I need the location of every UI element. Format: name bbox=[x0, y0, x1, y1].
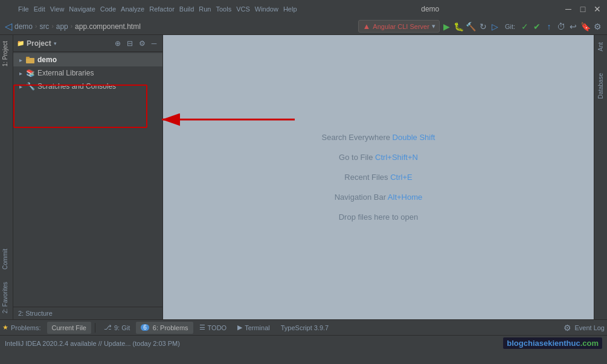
scratch-icon: 🔧 bbox=[25, 81, 35, 91]
toggle-scratches[interactable]: ▸ bbox=[16, 81, 25, 91]
svg-rect-1 bbox=[26, 57, 30, 59]
hint-recent-files: Recent Files Ctrl+E bbox=[344, 173, 412, 182]
menu-run[interactable]: Run bbox=[199, 5, 211, 13]
sync-button[interactable]: ↻ bbox=[478, 22, 488, 31]
breadcrumb-src[interactable]: src bbox=[39, 22, 49, 31]
svg-rect-0 bbox=[26, 58, 34, 63]
lib-icon: 📚 bbox=[25, 68, 35, 78]
tab-database[interactable]: Database bbox=[596, 67, 606, 105]
tab-problems[interactable]: 6 6: Problems bbox=[136, 322, 193, 334]
menu-vcs[interactable]: VCS bbox=[236, 5, 250, 13]
git-push-icon[interactable]: ↑ bbox=[544, 22, 554, 31]
tab-typescript[interactable]: TypeScript 3.9.7 bbox=[276, 322, 334, 334]
collapse-icon[interactable]: ⊟ bbox=[125, 39, 135, 48]
minimize-button[interactable]: ─ bbox=[564, 4, 573, 14]
status-text: IntelliJ IDEA 2020.2.4 available // Upda… bbox=[5, 340, 180, 347]
git-branch-icon: ⎇ bbox=[104, 324, 112, 331]
tab-commit[interactable]: Commit bbox=[0, 243, 13, 275]
toolbar-right: ▲ Angular CLI Server ▾ ▶ 🐛 🔨 ↻ ▷ Git: ✓ … bbox=[358, 20, 602, 33]
project-panel: 📁 Project ▾ ⊕ ⊟ ⚙ ─ ▸ bbox=[13, 35, 163, 319]
tree-label-external: External Libraries bbox=[37, 69, 94, 77]
menu-tools[interactable]: Tools bbox=[216, 5, 231, 13]
hint-drop-files: Drop files here to open bbox=[339, 212, 419, 222]
typescript-label: TypeScript 3.9.7 bbox=[281, 324, 329, 331]
menu-window[interactable]: Window bbox=[255, 5, 278, 13]
bookmarks-icon[interactable]: 🔖 bbox=[580, 22, 590, 31]
tab-ant[interactable]: Ant bbox=[596, 36, 606, 57]
star-icon: ★ bbox=[2, 324, 8, 331]
hint-goto-file: Go to File Ctrl+Shift+N bbox=[339, 153, 418, 162]
menu-view[interactable]: View bbox=[50, 5, 65, 13]
tab-favorites[interactable]: 2: Favorites bbox=[0, 276, 13, 319]
menu-navigate[interactable]: Navigate bbox=[69, 5, 95, 13]
menu-edit[interactable]: Edit bbox=[34, 5, 45, 13]
panel-dropdown-icon[interactable]: ▾ bbox=[54, 40, 57, 46]
tab-structure[interactable]: 2: Structure bbox=[13, 307, 162, 319]
git-revert-icon[interactable]: ↩ bbox=[568, 22, 578, 31]
angular-label: Angular CLI Server bbox=[373, 23, 429, 30]
panel-settings-icon[interactable]: ⚙ bbox=[137, 39, 147, 48]
git-label: Git: bbox=[505, 23, 515, 30]
brand-text-1: blogchiasekienthuc bbox=[507, 339, 580, 348]
toggle-demo[interactable]: ▸ bbox=[16, 55, 25, 65]
git-history-icon[interactable]: ⏱ bbox=[556, 22, 566, 31]
watermark: blogchiasekienthuc.com bbox=[503, 337, 602, 349]
status-bar: IntelliJ IDEA 2020.2.4 available // Upda… bbox=[0, 335, 607, 351]
breadcrumb-app[interactable]: app bbox=[56, 22, 68, 31]
forward-button[interactable]: ▷ bbox=[490, 22, 500, 31]
menu-build[interactable]: Build bbox=[179, 5, 194, 13]
tab-terminal[interactable]: ▶ Terminal bbox=[233, 322, 275, 334]
angular-server-button[interactable]: ▲ Angular CLI Server ▾ bbox=[358, 20, 439, 33]
problems-label: Problems: bbox=[11, 324, 41, 331]
tab-git[interactable]: ⎇ 9: Git bbox=[99, 322, 135, 334]
hint-search-everywhere: Search Everywhere Double Shift bbox=[322, 133, 435, 142]
tab-current-file[interactable]: Current File bbox=[47, 322, 91, 334]
brand-text-2: .com bbox=[580, 339, 599, 348]
panel-folder-icon: 📁 bbox=[17, 40, 24, 46]
tree-item-demo[interactable]: ▸ demo bbox=[13, 53, 162, 66]
breadcrumb-file[interactable]: app.component.html bbox=[75, 22, 141, 31]
problems-badge: 6 bbox=[141, 324, 149, 331]
tree-item-external-libraries[interactable]: ▸ 📚 External Libraries bbox=[13, 66, 162, 80]
angular-icon: ▲ bbox=[362, 22, 370, 31]
menu-refactor[interactable]: Refactor bbox=[149, 5, 175, 13]
settings-icon[interactable]: ⚙ bbox=[593, 22, 602, 31]
menu-help[interactable]: Help bbox=[283, 5, 297, 13]
tree-label-demo: demo bbox=[37, 56, 57, 64]
debug-button[interactable]: 🐛 bbox=[454, 22, 464, 31]
panel-close-icon[interactable]: ─ bbox=[149, 39, 159, 48]
app-icon bbox=[5, 4, 14, 14]
close-button[interactable]: ✕ bbox=[593, 4, 602, 14]
title-bar: File Edit View Navigate Code Analyze Ref… bbox=[0, 0, 607, 18]
git-tick-icon[interactable]: ✔ bbox=[532, 22, 542, 31]
tab-todo[interactable]: ☰ TODO bbox=[194, 322, 232, 334]
tab-project[interactable]: 1: Project bbox=[0, 35, 13, 72]
git-check-icon[interactable]: ✓ bbox=[520, 22, 530, 31]
terminal-label: Terminal bbox=[245, 324, 270, 331]
editor-area[interactable]: Search Everywhere Double Shift Go to Fil… bbox=[163, 35, 594, 319]
todo-icon: ☰ bbox=[199, 324, 205, 331]
gear-bottom-icon[interactable]: ⚙ bbox=[562, 323, 572, 333]
maximize-button[interactable]: □ bbox=[578, 4, 588, 14]
folder-icon-demo bbox=[25, 55, 35, 65]
build-button[interactable]: 🔨 bbox=[466, 22, 476, 31]
breadcrumb-demo[interactable]: demo bbox=[14, 22, 33, 31]
locate-icon[interactable]: ⊕ bbox=[113, 39, 123, 48]
todo-label: TODO bbox=[208, 324, 227, 331]
event-log-label[interactable]: Event Log bbox=[574, 324, 605, 331]
terminal-icon: ▶ bbox=[237, 324, 242, 331]
menu-analyze[interactable]: Analyze bbox=[121, 5, 144, 13]
menu-file[interactable]: File bbox=[18, 5, 29, 13]
bottom-bar: ★ Problems: Current File ⎇ 9: Git 6 6: P… bbox=[0, 319, 607, 335]
menu-code[interactable]: Code bbox=[100, 5, 116, 13]
current-file-label: Current File bbox=[52, 324, 86, 331]
toggle-external[interactable]: ▸ bbox=[16, 68, 25, 78]
run-button[interactable]: ▶ bbox=[442, 22, 452, 31]
breadcrumb-bar: ◁ demo › src › app › app.component.html … bbox=[0, 18, 607, 35]
panel-header: 📁 Project ▾ ⊕ ⊟ ⚙ ─ bbox=[13, 35, 162, 52]
divider bbox=[95, 323, 95, 333]
bottom-right: ⚙ Event Log bbox=[562, 323, 605, 333]
panel-title: Project bbox=[27, 39, 51, 48]
tree-item-scratches[interactable]: ▸ 🔧 Scratches and Consoles bbox=[13, 80, 162, 93]
back-button[interactable]: ◁ bbox=[5, 21, 12, 32]
